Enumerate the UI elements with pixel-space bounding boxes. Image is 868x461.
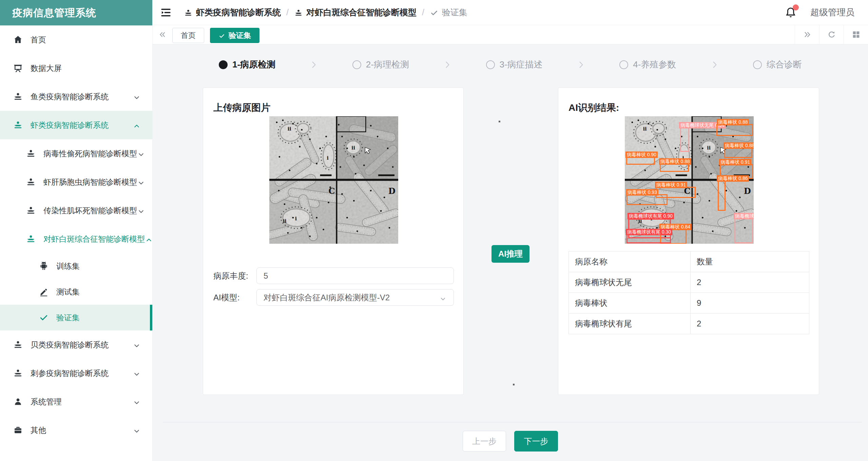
step-label: 4-养殖参数 bbox=[633, 59, 676, 71]
breadcrumb-separator: / bbox=[286, 7, 289, 17]
step-separator-icon bbox=[576, 60, 586, 70]
stray-dot bbox=[499, 121, 500, 122]
briefcase-icon bbox=[13, 425, 23, 435]
chevron-down-icon bbox=[133, 369, 141, 377]
sidebar-item-首页[interactable]: 首页 bbox=[0, 25, 152, 54]
detection-label: 病毒椭球状有尾 0.30 bbox=[626, 229, 672, 235]
svg-text:C: C bbox=[329, 186, 335, 196]
sidebar-item-其他[interactable]: 其他 bbox=[0, 416, 152, 444]
sidebar-item-贝类疫病智能诊断系统[interactable]: 贝类疫病智能诊断系统 bbox=[0, 330, 152, 359]
step-综合诊断[interactable]: 综合诊断 bbox=[753, 59, 802, 71]
table-row: 病毒椭球状无尾2 bbox=[569, 272, 809, 293]
svg-text:D: D bbox=[388, 186, 396, 196]
breadcrumb-item-验证集[interactable]: 验证集 bbox=[430, 7, 467, 18]
sidebar-menu: 首页数据大屏鱼类疫病智能诊断系统虾类疫病智能诊断系统病毒性偷死病智能诊断模型虾肝… bbox=[0, 25, 152, 444]
step-2-病理检测[interactable]: 2-病理检测 bbox=[352, 59, 409, 71]
step-dot bbox=[352, 60, 361, 69]
sidebar-item-刺参疫病智能诊断系统[interactable]: 刺参疫病智能诊断系统 bbox=[0, 359, 152, 387]
sidebar-item-label: 数据大屏 bbox=[31, 63, 62, 74]
abundance-value: 5 bbox=[264, 271, 268, 281]
sidebar-item-鱼类疫病智能诊断系统[interactable]: 鱼类疫病智能诊断系统 bbox=[0, 82, 152, 111]
lectern-icon bbox=[26, 205, 36, 216]
lectern-icon bbox=[13, 368, 23, 378]
step-label: 综合诊断 bbox=[767, 59, 802, 71]
chevron-down-icon bbox=[137, 149, 145, 158]
tab-首页[interactable]: 首页 bbox=[172, 28, 204, 43]
step-dot bbox=[486, 60, 495, 69]
sidebar-item-验证集[interactable]: 验证集 bbox=[0, 305, 152, 330]
lectern-icon bbox=[13, 92, 23, 102]
current-user[interactable]: 超级管理员 bbox=[810, 6, 854, 18]
tabs-scroll-left-icon[interactable] bbox=[153, 25, 172, 44]
sidebar-item-对虾白斑综合征智能诊断模型[interactable]: 对虾白斑综合征智能诊断模型 bbox=[0, 225, 152, 253]
sidebar-item-传染性肌坏死智能诊断模型[interactable]: 传染性肌坏死智能诊断模型 bbox=[0, 196, 152, 225]
sidebar-item-病毒性偷死病智能诊断模型[interactable]: 病毒性偷死病智能诊断模型 bbox=[0, 139, 152, 168]
step-4-养殖参数[interactable]: 4-养殖参数 bbox=[619, 59, 676, 71]
ai-model-row: AI模型: 对虾白斑综合征AI病原检测模型-V2 bbox=[213, 289, 454, 306]
sidebar-item-label: 传染性肌坏死智能诊断模型 bbox=[43, 205, 137, 216]
sidebar-item-数据大屏[interactable]: 数据大屏 bbox=[0, 54, 152, 82]
step-separator-icon bbox=[309, 60, 319, 70]
chevron-down-icon bbox=[137, 178, 145, 186]
svg-text:ii: ii bbox=[707, 145, 711, 151]
tab-验证集[interactable]: 验证集 bbox=[210, 28, 259, 43]
sidebar-item-label: 测试集 bbox=[56, 287, 80, 297]
table-cell: 病毒棒状 bbox=[569, 293, 691, 313]
breadcrumb-separator: / bbox=[422, 7, 424, 17]
step-wizard: 1-病原检测2-病理检测3-病症描述4-养殖参数综合诊断 bbox=[219, 59, 802, 71]
step-3-病症描述[interactable]: 3-病症描述 bbox=[486, 59, 543, 71]
detection-label: 病毒棒状 0.88 bbox=[724, 142, 754, 149]
sidebar-item-测试集[interactable]: 测试集 bbox=[0, 279, 152, 305]
step-1-病原检测[interactable]: 1-病原检测 bbox=[219, 59, 275, 71]
menu-collapse-icon[interactable] bbox=[160, 7, 172, 18]
check-icon bbox=[218, 31, 225, 40]
lectern-icon bbox=[184, 7, 193, 17]
step-separator-icon bbox=[710, 60, 720, 70]
lectern-icon bbox=[294, 7, 303, 17]
refresh-icon[interactable] bbox=[819, 25, 844, 44]
ai-infer-button[interactable]: AI推理 bbox=[491, 245, 529, 263]
breadcrumb-item-虾类疫病智能诊断系统[interactable]: 虾类疫病智能诊断系统 bbox=[184, 7, 281, 18]
lectern-icon bbox=[26, 177, 36, 187]
sidebar-item-label: 虾肝肠胞虫病智能诊断模型 bbox=[43, 177, 137, 187]
sidebar-item-虾类疫病智能诊断系统[interactable]: 虾类疫病智能诊断系统 bbox=[0, 111, 152, 139]
breadcrumb-item-对虾白斑综合征智能诊断模型[interactable]: 对虾白斑综合征智能诊断模型 bbox=[294, 7, 417, 18]
result-card-title: AI识别结果: bbox=[558, 88, 819, 114]
chevron-up-icon bbox=[145, 235, 153, 243]
detection-box bbox=[718, 180, 726, 211]
result-card: AI识别结果: CDiiiiiiii病毒椭球状无尾 0.94病毒棒状 0.88病… bbox=[558, 87, 819, 395]
breadcrumb: 虾类疫病智能诊断系统/对虾白斑综合征智能诊断模型/验证集 bbox=[184, 7, 467, 18]
table-header-cell: 病原名称 bbox=[569, 252, 691, 272]
top-header: 虾类疫病智能诊断系统/对虾白斑综合征智能诊断模型/验证集 超级管理员 bbox=[153, 0, 868, 25]
sidebar-item-系统管理[interactable]: 系统管理 bbox=[0, 387, 152, 416]
prev-step-button[interactable]: 上一步 bbox=[463, 431, 506, 452]
user-icon bbox=[13, 397, 23, 407]
wizard-footer: 上一步 下一步 bbox=[153, 431, 868, 452]
sidebar-item-训练集[interactable]: 训练集 bbox=[0, 253, 152, 279]
tabs-scroll-right-icon[interactable] bbox=[795, 25, 819, 44]
chevron-down-icon bbox=[439, 294, 447, 301]
svg-text:ii: ii bbox=[283, 218, 287, 224]
svg-text:ii: ii bbox=[288, 126, 291, 132]
next-step-button[interactable]: 下一步 bbox=[514, 431, 558, 452]
screen-icon bbox=[13, 63, 23, 73]
table-row: 病毒椭球状有尾2 bbox=[569, 314, 809, 334]
sidebar-item-虾肝肠胞虫病智能诊断模型[interactable]: 虾肝肠胞虫病智能诊断模型 bbox=[0, 168, 152, 196]
step-label: 1-病原检测 bbox=[232, 59, 275, 71]
abundance-input[interactable]: 5 bbox=[256, 267, 454, 284]
layout-grid-icon[interactable] bbox=[844, 25, 868, 44]
sidebar-item-label: 训练集 bbox=[56, 261, 80, 272]
table-cell: 病毒椭球状无尾 bbox=[569, 272, 691, 293]
check-icon bbox=[39, 313, 49, 323]
sidebar-item-label: 首页 bbox=[31, 35, 46, 45]
step-label: 3-病症描述 bbox=[500, 59, 543, 71]
pathogen-source-image[interactable]: CDiiiiiiii bbox=[269, 116, 398, 244]
stray-dot bbox=[513, 384, 515, 385]
svg-text:i: i bbox=[327, 155, 329, 161]
ai-model-select[interactable]: 对虾白斑综合征AI病原检测模型-V2 bbox=[256, 289, 454, 306]
sidebar-item-label: 虾类疫病智能诊断系统 bbox=[31, 120, 109, 131]
ai-annotated-image[interactable]: CDiiiiiiii病毒椭球状无尾 0.94病毒棒状 0.88病毒棒状 0.90… bbox=[625, 116, 754, 244]
robot-icon bbox=[39, 261, 49, 271]
detection-label: 病毒棒状 0.90 bbox=[625, 152, 658, 158]
notification-bell-icon[interactable] bbox=[785, 6, 797, 19]
